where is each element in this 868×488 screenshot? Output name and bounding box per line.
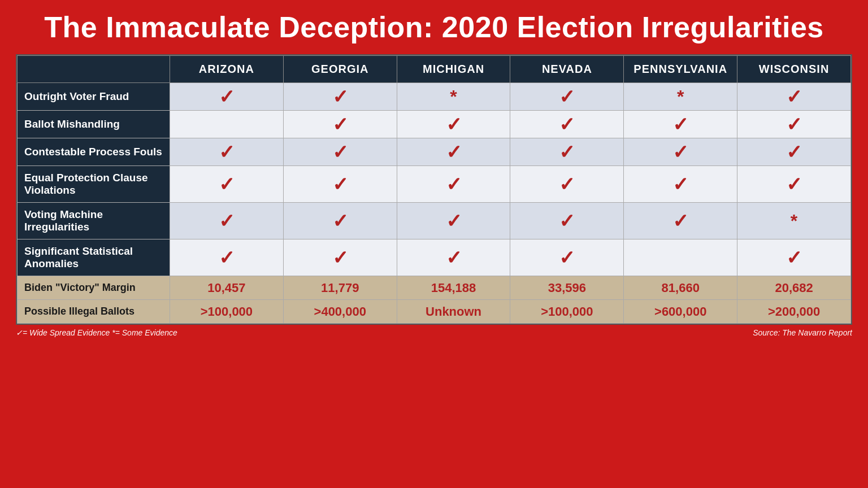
row-cell: ✓ — [283, 83, 397, 111]
page-title: The Immaculate Deception: 2020 Election … — [16, 10, 852, 44]
margin-label: Biden "Victory" Margin — [18, 276, 170, 300]
row-cell: ✓ — [624, 138, 737, 166]
ballots-value: >200,000 — [737, 300, 851, 324]
row-cell: ✓ — [624, 111, 737, 138]
table-row: Contestable Process Fouls✓✓✓✓✓✓ — [18, 138, 851, 166]
row-cell: ✓ — [510, 166, 624, 203]
main-table-wrapper: ARIZONA GEORGIA MICHIGAN NEVADA PENNSYLV… — [16, 54, 852, 325]
row-cell: ✓ — [170, 203, 284, 239]
row-label: Outright Voter Fraud — [18, 83, 170, 111]
table-row: Ballot Mishandling✓✓✓✓✓ — [18, 111, 851, 138]
header-nevada: NEVADA — [510, 56, 624, 83]
row-cell: ✓ — [737, 166, 851, 203]
row-cell: ✓ — [624, 203, 737, 239]
header-wisconsin: WISCONSIN — [737, 56, 851, 83]
margin-value: 81,660 — [624, 276, 737, 300]
margin-value: 10,457 — [170, 276, 284, 300]
ballots-row: Possible Illegal Ballots>100,000>400,000… — [18, 300, 851, 324]
row-cell: ✓ — [170, 138, 284, 166]
row-label: Contestable Process Fouls — [18, 138, 170, 166]
irregularities-table: ARIZONA GEORGIA MICHIGAN NEVADA PENNSYLV… — [17, 55, 851, 324]
ballots-value: >100,000 — [510, 300, 624, 324]
row-cell: ✓ — [510, 83, 624, 111]
row-cell — [170, 111, 284, 138]
row-cell: ✓ — [283, 203, 397, 239]
header-pennsylvania: PENNSYLVANIA — [624, 56, 737, 83]
row-cell: ✓ — [737, 138, 851, 166]
row-cell: ✓ — [283, 111, 397, 138]
row-cell: ✓ — [510, 239, 624, 276]
margin-value: 154,188 — [397, 276, 510, 300]
row-cell: ✓ — [510, 111, 624, 138]
table-row: Significant Statistical Anomalies✓✓✓✓✓ — [18, 239, 851, 276]
ballots-value: Unknown — [397, 300, 510, 324]
row-label: Equal Protection Clause Violations — [18, 166, 170, 203]
header-georgia: GEORGIA — [283, 56, 397, 83]
row-cell: ✓ — [397, 203, 510, 239]
margin-value: 33,596 — [510, 276, 624, 300]
ballots-label: Possible Illegal Ballots — [18, 300, 170, 324]
row-cell: ✓ — [737, 111, 851, 138]
row-label: Significant Statistical Anomalies — [18, 239, 170, 276]
table-row: Voting Machine Irregularities✓✓✓✓✓* — [18, 203, 851, 239]
row-cell: ✓ — [510, 138, 624, 166]
row-cell: ✓ — [737, 239, 851, 276]
row-cell: ✓ — [510, 203, 624, 239]
row-cell: ✓ — [397, 166, 510, 203]
row-cell: ✓ — [283, 166, 397, 203]
row-cell: ✓ — [397, 111, 510, 138]
row-cell: * — [397, 83, 510, 111]
row-cell: * — [624, 83, 737, 111]
table-header-row: ARIZONA GEORGIA MICHIGAN NEVADA PENNSYLV… — [18, 56, 851, 83]
ballots-value: >100,000 — [170, 300, 284, 324]
row-cell: ✓ — [170, 239, 284, 276]
footer-right: Source: The Navarro Report — [753, 328, 852, 337]
header-arizona: ARIZONA — [170, 56, 284, 83]
row-cell: ✓ — [283, 138, 397, 166]
row-label: Ballot Mishandling — [18, 111, 170, 138]
row-cell — [624, 239, 737, 276]
row-cell: ✓ — [397, 239, 510, 276]
margin-value: 20,682 — [737, 276, 851, 300]
ballots-value: >400,000 — [283, 300, 397, 324]
row-cell: ✓ — [170, 83, 284, 111]
margin-row: Biden "Victory" Margin10,45711,779154,18… — [18, 276, 851, 300]
row-cell: * — [737, 203, 851, 239]
row-cell: ✓ — [624, 166, 737, 203]
row-cell: ✓ — [397, 138, 510, 166]
table-row: Outright Voter Fraud✓✓*✓*✓ — [18, 83, 851, 111]
footer: ✓= Wide Spread Evidence *= Some Evidence… — [16, 328, 852, 337]
row-cell: ✓ — [283, 239, 397, 276]
margin-value: 11,779 — [283, 276, 397, 300]
row-cell: ✓ — [170, 166, 284, 203]
row-cell: ✓ — [737, 83, 851, 111]
ballots-value: >600,000 — [624, 300, 737, 324]
header-michigan: MICHIGAN — [397, 56, 510, 83]
header-category — [18, 56, 170, 83]
footer-left: ✓= Wide Spread Evidence *= Some Evidence — [16, 328, 177, 337]
table-row: Equal Protection Clause Violations✓✓✓✓✓✓ — [18, 166, 851, 203]
row-label: Voting Machine Irregularities — [18, 203, 170, 239]
